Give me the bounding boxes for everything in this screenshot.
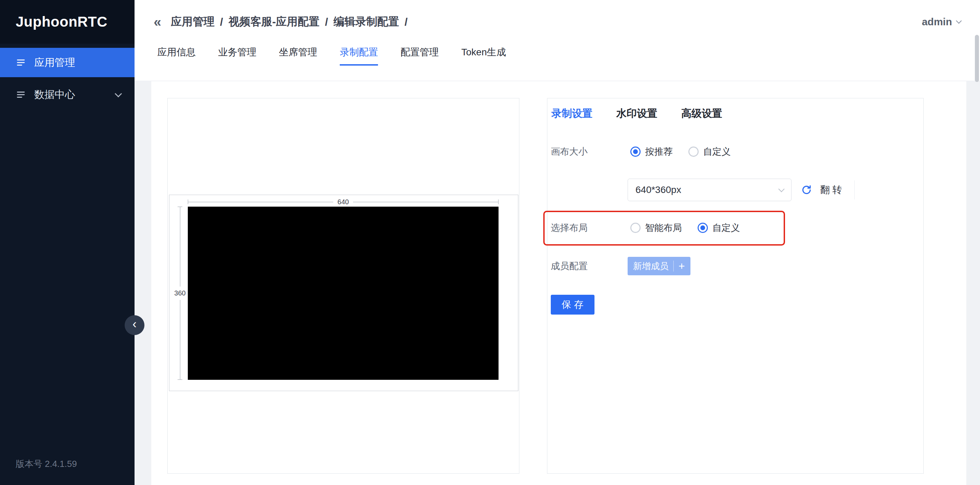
- app-logo: JuphoonRTC: [0, 0, 135, 44]
- save-button[interactable]: 保 存: [551, 295, 595, 315]
- radio-label: 智能布局: [645, 222, 682, 234]
- radio-label: 按推荐: [645, 145, 673, 158]
- dimension-line: [180, 300, 180, 380]
- width-dimension: 640: [188, 199, 498, 205]
- sidebar-nav: 应用管理 数据中心: [0, 48, 135, 109]
- user-menu[interactable]: admin: [922, 16, 961, 28]
- member-config-label: 成员配置: [551, 260, 628, 272]
- layout-row: 选择布局 智能布局 自定义: [551, 216, 916, 240]
- radio-recommended[interactable]: 按推荐: [630, 145, 673, 158]
- header-top: « 应用管理 / 视频客服-应用配置 / 编辑录制配置 / admin: [154, 0, 961, 44]
- height-dimension: 360: [175, 207, 185, 380]
- radio-selected-icon: [630, 146, 641, 157]
- tab-app-info[interactable]: 应用信息: [158, 46, 196, 65]
- flip-button[interactable]: 翻 转: [820, 183, 842, 196]
- tab-token-generate[interactable]: Token生成: [461, 46, 506, 65]
- dimension-line: [353, 202, 498, 202]
- content-area: 640 360 录制设置: [135, 81, 980, 485]
- tab-bar: 应用信息 业务管理 坐席管理 录制配置 配置管理 Token生成: [158, 46, 506, 65]
- radio-custom-size[interactable]: 自定义: [688, 145, 731, 158]
- radio-selected-icon: [698, 223, 708, 233]
- tab-recording-settings[interactable]: 录制设置: [552, 107, 592, 121]
- breadcrumb-item-app-management[interactable]: 应用管理: [171, 14, 215, 29]
- chevron-down-icon: [956, 18, 962, 24]
- tab-business-management[interactable]: 业务管理: [218, 46, 256, 65]
- main-card: 640 360 录制设置: [151, 81, 966, 485]
- refresh-icon[interactable]: [801, 184, 812, 196]
- tab-recording-config[interactable]: 录制配置: [340, 46, 378, 65]
- breadcrumb-separator: /: [220, 16, 223, 29]
- breadcrumb-item-edit-recording-config[interactable]: 编辑录制配置: [334, 14, 399, 29]
- resolution-select-value: 640*360px: [635, 184, 681, 196]
- version-label: 版本号 2.4.1.59: [16, 458, 77, 470]
- radio-label: 自定义: [712, 222, 740, 234]
- tab-advanced-settings[interactable]: 高级设置: [681, 107, 722, 121]
- settings-panel: 录制设置 水印设置 高级设置 画布大小 按推荐 自定义: [547, 98, 924, 474]
- layout-label: 选择布局: [551, 222, 628, 234]
- add-member-button-label: 新增成员: [633, 260, 668, 272]
- breadcrumb-separator: /: [325, 16, 328, 29]
- preview-container: 640 360: [167, 98, 519, 474]
- breadcrumb-collapse-icon[interactable]: «: [154, 14, 161, 30]
- breadcrumb: 应用管理 / 视频客服-应用配置 / 编辑录制配置 /: [171, 14, 407, 29]
- settings-tab-bar: 录制设置 水印设置 高级设置: [552, 107, 722, 121]
- breadcrumb-separator: /: [405, 16, 408, 29]
- chevron-down-icon: [115, 90, 122, 97]
- height-dimension-label: 360: [174, 286, 185, 300]
- data-center-icon: [16, 89, 26, 100]
- app-management-icon: [16, 57, 26, 68]
- tab-agent-management[interactable]: 坐席管理: [279, 46, 317, 65]
- add-member-button[interactable]: 新增成员 +: [628, 257, 690, 275]
- tab-watermark-settings[interactable]: 水印设置: [616, 107, 657, 121]
- canvas-preview-frame: 640 360: [169, 195, 518, 391]
- radio-smart-layout[interactable]: 智能布局: [630, 222, 682, 234]
- sidebar-item-label: 应用管理: [34, 56, 75, 70]
- vertical-divider: [854, 180, 855, 199]
- sidebar-item-data-center[interactable]: 数据中心: [0, 80, 135, 109]
- dimension-line: [188, 202, 333, 202]
- breadcrumb-item-video-service-config[interactable]: 视频客服-应用配置: [228, 14, 320, 29]
- app-root: JuphoonRTC 应用管理 数据中心 版本号 2.4.1.59 ‹ «: [0, 0, 980, 485]
- scrollbar-thumb[interactable]: [975, 35, 979, 82]
- chevron-left-icon: ‹: [132, 318, 137, 330]
- radio-unselected-icon: [688, 146, 698, 157]
- sidebar: JuphoonRTC 应用管理 数据中心 版本号 2.4.1.59: [0, 0, 135, 485]
- chevron-down-icon: [778, 186, 784, 192]
- radio-unselected-icon: [630, 223, 641, 233]
- sidebar-collapse-button[interactable]: ‹: [125, 315, 145, 335]
- member-config-row: 成员配置 新增成员 +: [551, 254, 916, 278]
- recording-canvas-preview: [188, 207, 498, 380]
- sidebar-item-label: 数据中心: [34, 88, 75, 102]
- plus-icon: +: [673, 261, 685, 272]
- dimension-line: [180, 207, 180, 286]
- resolution-select[interactable]: 640*360px: [628, 179, 792, 201]
- canvas-size-label: 画布大小: [551, 145, 628, 158]
- width-dimension-label: 640: [333, 198, 353, 206]
- sidebar-item-app-management[interactable]: 应用管理: [0, 48, 135, 77]
- radio-label: 自定义: [703, 145, 731, 158]
- header: « 应用管理 / 视频客服-应用配置 / 编辑录制配置 / admin 应用信息…: [135, 0, 980, 81]
- resolution-row: 640*360px 翻 转: [551, 178, 916, 202]
- username: admin: [922, 16, 952, 28]
- tab-config-management[interactable]: 配置管理: [401, 46, 439, 65]
- canvas-size-row: 画布大小 按推荐 自定义: [551, 140, 916, 164]
- radio-custom-layout[interactable]: 自定义: [698, 222, 740, 234]
